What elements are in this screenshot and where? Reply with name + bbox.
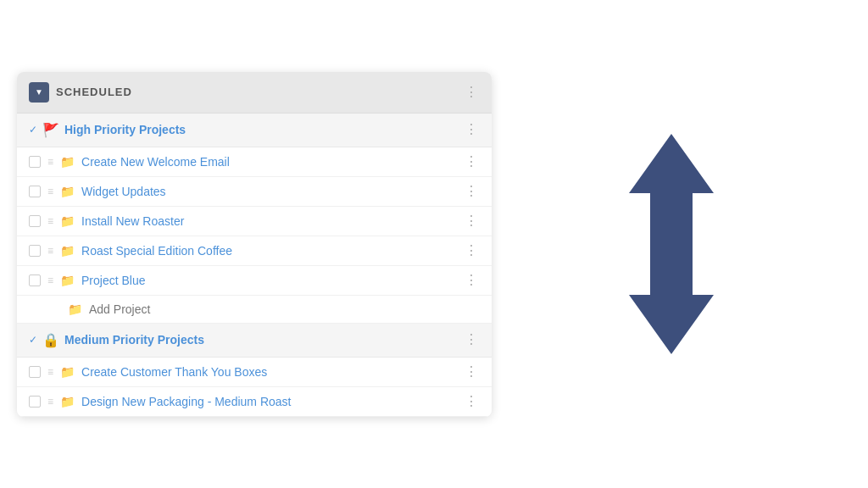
high-priority-flag-icon: 🚩	[42, 122, 59, 138]
medium-priority-header-left: ✓ 🔒 Medium Priority Projects	[29, 332, 204, 348]
medium-priority-section-title: Medium Priority Projects	[64, 333, 204, 347]
add-project-folder-icon: 📁	[68, 302, 82, 316]
add-project-row: 📁	[17, 296, 492, 324]
task-checkbox[interactable]	[29, 156, 41, 168]
high-priority-section-header: ✓ 🚩 High Priority Projects ⋮	[17, 114, 492, 147]
panel-header: ▼ SCHEDULED ⋮	[17, 72, 492, 114]
high-priority-section-title: High Priority Projects	[64, 123, 186, 136]
task-checkbox[interactable]	[29, 245, 41, 257]
task-row: ≡ 📁 Create New Welcome Email ⋮	[17, 147, 492, 177]
task-label: Install New Roaster	[81, 214, 184, 228]
folder-icon: 📁	[60, 244, 75, 258]
folder-icon: 📁	[60, 185, 75, 198]
task-row-left: ≡ 📁 Install New Roaster	[29, 214, 184, 228]
panel-header-dots-button[interactable]: ⋮	[465, 86, 480, 99]
folder-icon: 📁	[60, 395, 75, 408]
task-dots-button[interactable]: ⋮	[465, 274, 480, 287]
task-label: Project Blue	[81, 274, 145, 287]
medium-priority-chevron-icon[interactable]: ✓	[29, 334, 37, 346]
drag-icon[interactable]: ≡	[47, 156, 53, 168]
medium-priority-dots-button[interactable]: ⋮	[465, 333, 480, 347]
drag-icon[interactable]: ≡	[47, 274, 53, 286]
task-row: ≡ 📁 Project Blue ⋮	[17, 266, 492, 296]
task-row-left: ≡ 📁 Project Blue	[29, 274, 146, 287]
task-label: Create Customer Thank You Boxes	[81, 365, 267, 379]
task-checkbox[interactable]	[29, 396, 41, 408]
folder-icon: 📁	[60, 155, 75, 169]
folder-icon: 📁	[60, 214, 75, 228]
medium-priority-flag-icon: 🔒	[42, 332, 59, 348]
task-row-left: ≡ 📁 Create New Welcome Email	[29, 155, 230, 169]
task-dots-button[interactable]: ⋮	[465, 365, 480, 379]
task-row: ≡ 📁 Create Customer Thank You Boxes ⋮	[17, 358, 492, 387]
high-priority-dots-button[interactable]: ⋮	[465, 123, 480, 136]
drag-icon[interactable]: ≡	[47, 186, 53, 197]
medium-priority-section-header: ✓ 🔒 Medium Priority Projects ⋮	[17, 324, 492, 358]
task-row: ≡ 📁 Install New Roaster ⋮	[17, 207, 492, 236]
task-row-left: ≡ 📁 Design New Packaging - Medium Roast	[29, 395, 291, 408]
folder-icon: 📁	[60, 365, 75, 379]
panel-title: SCHEDULED	[56, 86, 132, 98]
high-priority-header-left: ✓ 🚩 High Priority Projects	[29, 122, 186, 138]
drag-icon[interactable]: ≡	[47, 245, 53, 257]
add-project-input[interactable]	[89, 302, 237, 316]
task-label: Design New Packaging - Medium Roast	[81, 395, 291, 408]
task-row-left: ≡ 📁 Roast Special Edition Coffee	[29, 244, 232, 258]
up-down-arrow-icon	[620, 125, 722, 363]
folder-icon: 📁	[60, 274, 75, 287]
task-row-left: ≡ 📁 Widget Updates	[29, 185, 166, 198]
scheduled-dropdown-button[interactable]: ▼	[29, 82, 49, 103]
high-priority-chevron-icon[interactable]: ✓	[29, 124, 37, 136]
drag-icon[interactable]: ≡	[47, 366, 53, 378]
task-panel: ▼ SCHEDULED ⋮ ✓ 🚩 High Priority Projects…	[17, 72, 492, 417]
task-checkbox[interactable]	[29, 366, 41, 378]
task-label: Roast Special Edition Coffee	[81, 244, 232, 258]
task-dots-button[interactable]: ⋮	[465, 214, 480, 228]
arrow-illustration	[492, 125, 851, 363]
svg-marker-1	[629, 193, 714, 354]
task-label: Widget Updates	[81, 185, 166, 198]
task-row-left: ≡ 📁 Create Customer Thank You Boxes	[29, 365, 267, 379]
panel-header-left: ▼ SCHEDULED	[29, 82, 132, 103]
task-dots-button[interactable]: ⋮	[465, 155, 480, 169]
task-dots-button[interactable]: ⋮	[465, 395, 480, 408]
task-dots-button[interactable]: ⋮	[465, 185, 480, 198]
task-label: Create New Welcome Email	[81, 155, 230, 169]
task-dots-button[interactable]: ⋮	[465, 244, 480, 258]
task-row: ≡ 📁 Design New Packaging - Medium Roast …	[17, 387, 492, 417]
task-checkbox[interactable]	[29, 215, 41, 227]
task-checkbox[interactable]	[29, 186, 41, 197]
task-checkbox[interactable]	[29, 274, 41, 286]
drag-icon[interactable]: ≡	[47, 396, 53, 408]
page-container: ▼ SCHEDULED ⋮ ✓ 🚩 High Priority Projects…	[0, 0, 868, 488]
task-row: ≡ 📁 Roast Special Edition Coffee ⋮	[17, 236, 492, 266]
drag-icon[interactable]: ≡	[47, 215, 53, 227]
task-row: ≡ 📁 Widget Updates ⋮	[17, 177, 492, 207]
